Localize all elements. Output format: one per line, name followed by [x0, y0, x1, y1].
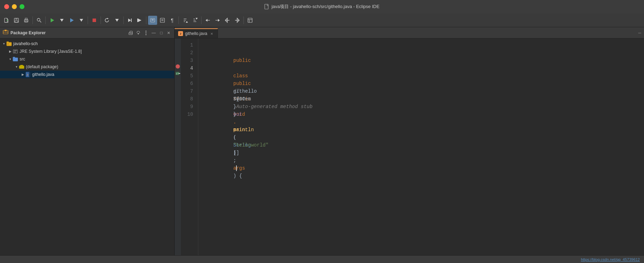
svg-marker-13 — [60, 19, 64, 22]
code-line-6: System . out . println ( "helloworld" ) … — [204, 80, 644, 87]
tree-item-githello[interactable]: ▶ J githello.java — [0, 71, 174, 78]
step-into-button[interactable] — [135, 16, 144, 25]
next-edit-button[interactable] — [213, 16, 222, 25]
jre-label: JRE System Library [JavaSE-1.8] — [20, 49, 82, 54]
separator-1 — [32, 16, 33, 24]
svg-marker-31 — [186, 21, 188, 23]
search-button[interactable] — [35, 16, 44, 25]
tree-item-src[interactable]: ▾ src — [0, 55, 174, 63]
svg-marker-15 — [80, 19, 83, 22]
refresh-dropdown[interactable] — [112, 16, 122, 25]
expand-arrow-project: ▾ — [1, 41, 6, 46]
para-button[interactable]: ¶ — [168, 16, 177, 25]
svg-rect-25 — [160, 18, 164, 22]
svg-marker-12 — [51, 18, 54, 22]
svg-rect-5 — [15, 18, 17, 20]
expand-arrow-githello: ▶ — [20, 72, 25, 77]
pe-sync-button[interactable] — [135, 30, 141, 36]
svg-rect-65 — [20, 65, 23, 66]
annotate-button[interactable] — [148, 16, 157, 25]
tab-close-button[interactable]: ✕ — [209, 31, 214, 36]
save-button[interactable] — [12, 16, 21, 25]
tree-item-jre[interactable]: ▶ JRE System Library [JavaSE-1.8] — [0, 48, 174, 55]
pe-minimize-button[interactable]: — — [151, 30, 157, 36]
tree-item-project[interactable]: ▾ J javahello-sch — [0, 40, 174, 48]
svg-marker-39 — [218, 19, 220, 22]
pe-close-button[interactable]: ✕ — [166, 30, 171, 36]
new-button[interactable] — [2, 16, 11, 25]
annotation-bar: ✓ — [175, 38, 181, 263]
run-button[interactable] — [47, 16, 57, 25]
svg-rect-23 — [151, 19, 155, 22]
comment-5b: Auto-generated method stub — [233, 104, 313, 109]
back-button[interactable] — [223, 16, 232, 25]
toolbar: ¶ — [0, 13, 644, 27]
java-file-icon: J — [25, 72, 31, 77]
package-explorer-header: Package Explorer — □ ✕ — [0, 27, 174, 38]
main-layout: Package Explorer — □ ✕ — [0, 27, 644, 263]
code-line-5: // TODO Auto-generated method stub — [204, 72, 644, 80]
svg-text:✓: ✓ — [176, 72, 177, 75]
code-content[interactable]: public class githello { public static — [198, 38, 644, 263]
debug-button[interactable] — [67, 16, 76, 25]
line-num-7: 7 — [181, 87, 195, 95]
minimize-button[interactable] — [12, 4, 17, 9]
svg-text:J: J — [7, 43, 8, 45]
pe-maximize-button[interactable]: □ — [158, 30, 164, 36]
run-dropdown[interactable] — [57, 16, 66, 25]
svg-rect-44 — [248, 18, 252, 22]
edit-button[interactable] — [246, 16, 255, 25]
debug-dropdown[interactable] — [77, 16, 86, 25]
paren-6a: ( — [233, 135, 236, 140]
breakpoint-line4 — [176, 64, 180, 69]
sort-down-button[interactable] — [181, 16, 190, 25]
separator-8 — [201, 16, 202, 24]
line-num-2: 2 — [181, 49, 195, 57]
close-button[interactable] — [4, 4, 9, 9]
maximize-button[interactable] — [20, 4, 24, 9]
code-line-1 — [204, 41, 644, 49]
githello-label: githello.java — [32, 72, 54, 77]
package-icon — [19, 64, 24, 70]
sort-up-button[interactable] — [190, 16, 199, 25]
skip-button[interactable] — [125, 16, 134, 25]
pe-collapse-button[interactable] — [127, 30, 134, 36]
tree-item-default-package[interactable]: ▾ (default package) — [0, 63, 174, 71]
brace-7: } — [233, 104, 236, 109]
svg-marker-37 — [206, 19, 207, 22]
print-button[interactable] — [22, 16, 31, 25]
indent-7 — [233, 96, 245, 102]
package-explorer-panel: Package Explorer — □ ✕ — [0, 27, 175, 263]
prev-edit-button[interactable] — [203, 16, 212, 25]
refresh-button[interactable] — [103, 16, 112, 25]
tab-githello[interactable]: J githello.java ✕ — [175, 28, 218, 38]
svg-point-10 — [37, 18, 40, 21]
svg-marker-18 — [115, 19, 119, 22]
println-6: println — [233, 127, 254, 133]
space-2a — [233, 65, 236, 71]
stop-button[interactable] — [90, 16, 99, 25]
status-url[interactable]: https://blog.csdn.net/qq_45739612 — [581, 257, 640, 262]
semi-6: ; — [233, 158, 236, 163]
code-line-8 — [204, 95, 644, 103]
svg-marker-52 — [137, 33, 139, 35]
separator-7 — [178, 16, 179, 24]
paren-4b: ) { — [233, 173, 242, 179]
svg-rect-16 — [93, 19, 96, 22]
line-num-5: 5 — [181, 72, 195, 80]
code-editor[interactable]: ✓ 1 2 3 4 5 6 7 8 9 10 — [175, 38, 644, 263]
line-numbers: 1 2 3 4 5 6 7 8 9 10 — [181, 38, 198, 263]
format-button[interactable] — [158, 16, 167, 25]
pe-menu-button[interactable] — [143, 30, 149, 36]
separator-4 — [101, 16, 101, 24]
svg-rect-0 — [265, 4, 268, 9]
forward-button[interactable] — [233, 16, 242, 25]
svg-marker-14 — [70, 18, 74, 22]
editor-minimize-button[interactable]: — — [638, 30, 641, 36]
svg-marker-21 — [138, 19, 141, 22]
svg-rect-48 — [5, 30, 7, 31]
code-line-2: public class githello { — [204, 49, 644, 57]
annotation-arrow-line5: ✓ — [175, 71, 180, 77]
jre-icon — [13, 49, 18, 54]
indent-5 — [233, 81, 257, 86]
